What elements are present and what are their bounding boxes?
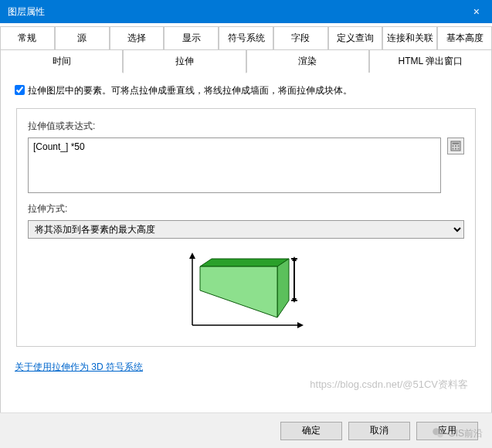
tab-fields[interactable]: 字段 <box>273 26 328 49</box>
method-select[interactable]: 将其添加到各要素的最大高度 <box>28 220 464 239</box>
tab-htmlpopup[interactable]: HTML 弹出窗口 <box>369 49 492 73</box>
svg-marker-11 <box>297 322 304 328</box>
tab-rendering[interactable]: 渲染 <box>246 49 369 73</box>
tab-selection[interactable]: 选择 <box>110 26 165 49</box>
tab-symbology[interactable]: 符号系统 <box>219 26 273 49</box>
svg-rect-1 <box>453 143 460 145</box>
tab-extrusion[interactable]: 拉伸 <box>123 49 246 73</box>
svg-marker-10 <box>189 253 195 259</box>
expression-input[interactable] <box>28 137 441 193</box>
tab-time[interactable]: 时间 <box>0 49 123 73</box>
extrude-checkbox-label: 拉伸图层中的要素。可将点拉伸成垂直线，将线拉伸成墙面，将面拉伸成块体。 <box>28 83 352 97</box>
svg-point-21 <box>438 432 444 438</box>
help-link[interactable]: 关于使用拉伸作为 3D 符号系统 <box>15 361 143 374</box>
svg-rect-5 <box>453 148 454 150</box>
cancel-button[interactable]: 取消 <box>348 422 410 440</box>
tab-defquery[interactable]: 定义查询 <box>328 26 383 49</box>
watermark-brand: GIS前沿 <box>431 426 483 440</box>
tab-display[interactable]: 显示 <box>164 26 219 49</box>
calculator-icon <box>450 141 461 151</box>
svg-rect-4 <box>458 145 460 147</box>
svg-rect-7 <box>458 148 460 150</box>
extrusion-diagram <box>28 248 464 335</box>
svg-rect-2 <box>453 145 454 147</box>
method-label: 拉伸方式: <box>28 202 464 216</box>
svg-marker-13 <box>277 259 289 317</box>
close-icon[interactable]: × <box>469 5 484 18</box>
window-title: 图层属性 <box>8 5 45 19</box>
watermark-text: https://blog.csdn.net/@51CV资料客 <box>310 378 468 392</box>
ok-button[interactable]: 确定 <box>280 422 342 440</box>
expression-label: 拉伸值或表达式: <box>28 120 464 133</box>
tab-general[interactable]: 常规 <box>0 26 55 49</box>
wechat-icon <box>431 426 445 440</box>
svg-rect-3 <box>455 145 456 147</box>
tab-joins[interactable]: 连接和关联 <box>382 26 437 49</box>
tab-baseheight[interactable]: 基本高度 <box>437 26 492 49</box>
extrude-checkbox[interactable] <box>15 85 25 95</box>
svg-rect-6 <box>455 148 456 150</box>
svg-marker-12 <box>200 259 289 266</box>
tab-source[interactable]: 源 <box>55 26 110 49</box>
expression-builder-button[interactable] <box>447 137 464 154</box>
svg-marker-14 <box>200 266 277 317</box>
